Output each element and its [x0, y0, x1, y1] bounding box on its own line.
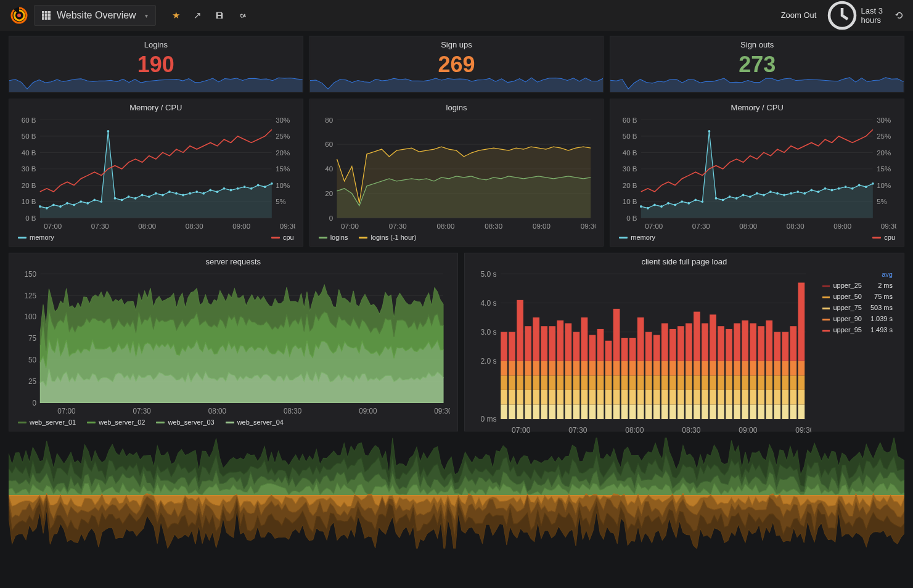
svg-rect-207 [541, 375, 547, 390]
stat-panel-logins[interactable]: Logins190 [9, 36, 303, 92]
svg-text:25: 25 [28, 377, 36, 386]
svg-rect-315 [718, 404, 724, 419]
svg-rect-297 [686, 375, 692, 390]
svg-rect-368 [798, 361, 805, 376]
svg-rect-309 [702, 323, 708, 361]
svg-rect-231 [581, 390, 588, 405]
svg-rect-220 [565, 404, 571, 419]
server-requests-panel[interactable]: server requests 025507510012515007:0007:… [9, 253, 458, 431]
svg-rect-275 [653, 404, 660, 419]
chevron-down-icon: ▾ [145, 12, 148, 19]
svg-text:80: 80 [325, 117, 333, 124]
svg-rect-265 [637, 404, 644, 419]
svg-rect-269 [637, 317, 644, 361]
svg-point-140 [851, 187, 854, 190]
svg-rect-3 [45, 11, 47, 14]
svg-rect-4 [48, 11, 51, 14]
svg-rect-8 [42, 17, 44, 20]
panel-title: Logins [9, 36, 303, 51]
time-range-picker[interactable]: Last 3 hours [827, 1, 884, 30]
graph-panel[interactable]: Memory / CPU0 B10 B20 B30 B40 B50 B60 B5… [610, 99, 904, 247]
svg-text:150: 150 [24, 271, 36, 279]
svg-text:08:00: 08:00 [625, 426, 644, 434]
stat-row: Logins190Sign ups269Sign outs273 [9, 36, 904, 92]
svg-point-115 [681, 200, 684, 203]
svg-rect-365 [798, 404, 805, 419]
svg-text:09:00: 09:00 [232, 222, 250, 230]
svg-text:40 B: 40 B [623, 149, 637, 157]
svg-text:09:30: 09:30 [580, 222, 596, 230]
svg-rect-222 [565, 375, 571, 390]
svg-point-33 [46, 207, 48, 210]
svg-point-51 [168, 190, 171, 193]
svg-rect-261 [629, 390, 636, 405]
chart-body[interactable]: 0 B10 B20 B30 B40 B50 B60 B5%10%15%20%25… [9, 113, 303, 230]
svg-point-44 [121, 198, 123, 201]
svg-rect-10 [48, 17, 51, 20]
dashboard-name: Website Overview [57, 10, 136, 21]
svg-rect-236 [589, 390, 596, 405]
svg-text:09:30: 09:30 [881, 222, 896, 230]
svg-text:50 B: 50 B [22, 132, 36, 140]
svg-rect-333 [742, 361, 748, 376]
svg-rect-359 [782, 332, 788, 361]
svg-rect-208 [541, 361, 547, 376]
chart-body[interactable]: 02040608007:0007:3008:0008:3009:0009:30 [310, 113, 604, 230]
svg-text:07:30: 07:30 [568, 426, 588, 434]
share-icon[interactable]: ↗ [194, 10, 202, 21]
svg-point-38 [80, 200, 82, 203]
svg-text:5%: 5% [877, 197, 888, 205]
svg-text:07:30: 07:30 [388, 222, 406, 230]
grafana-logo-icon[interactable] [9, 6, 29, 25]
refresh-icon[interactable] [895, 11, 904, 20]
svg-text:15%: 15% [877, 165, 891, 173]
svg-rect-355 [782, 404, 788, 419]
svg-text:40: 40 [325, 165, 333, 173]
settings-gear-icon[interactable] [237, 10, 246, 21]
svg-rect-335 [750, 404, 756, 419]
svg-text:40 B: 40 B [22, 149, 36, 157]
svg-rect-291 [678, 390, 684, 405]
svg-rect-249 [605, 341, 612, 361]
svg-rect-246 [605, 390, 612, 405]
svg-point-142 [865, 186, 867, 188]
svg-rect-298 [686, 361, 692, 376]
svg-rect-331 [742, 390, 748, 405]
svg-rect-263 [629, 361, 636, 376]
svg-rect-259 [621, 338, 628, 361]
svg-rect-186 [509, 390, 515, 405]
svg-text:08:30: 08:30 [787, 222, 805, 230]
svg-rect-290 [678, 404, 684, 419]
svg-rect-223 [565, 361, 571, 376]
zoom-out-button[interactable]: Zoom Out [781, 10, 817, 20]
svg-text:60 B: 60 B [22, 117, 36, 124]
svg-rect-276 [653, 390, 660, 405]
svg-point-110 [647, 207, 649, 210]
chart-body[interactable]: 0 B10 B20 B30 B40 B50 B60 B5%10%15%20%25… [610, 113, 904, 230]
graph-panel[interactable]: logins02040608007:0007:3008:0008:3009:00… [309, 99, 604, 247]
stat-panel-sign-outs[interactable]: Sign outs273 [610, 36, 904, 92]
svg-rect-364 [790, 326, 796, 361]
bottom-area-panel[interactable] [9, 438, 904, 549]
dashboard-picker[interactable]: Website Overview ▾ [34, 5, 156, 26]
svg-rect-226 [573, 390, 579, 405]
save-icon[interactable] [215, 10, 224, 21]
server-requests-chart[interactable]: 025507510012515007:0007:3008:0008:3009:0… [9, 267, 457, 415]
svg-text:20 B: 20 B [22, 181, 36, 189]
stat-panel-sign-ups[interactable]: Sign ups269 [309, 36, 604, 92]
svg-rect-214 [549, 326, 555, 361]
svg-rect-268 [637, 361, 644, 376]
svg-rect-183 [501, 361, 507, 376]
svg-rect-305 [702, 404, 708, 419]
svg-text:0: 0 [32, 399, 36, 407]
page-load-panel[interactable]: client side full page load 0 ms2.0 s3.0 … [464, 253, 904, 431]
svg-rect-282 [661, 375, 668, 390]
svg-point-42 [107, 130, 110, 133]
svg-text:4.0 s: 4.0 s [480, 299, 496, 308]
svg-point-49 [155, 192, 157, 195]
svg-rect-320 [726, 404, 732, 419]
star-icon[interactable]: ★ [172, 10, 180, 21]
svg-point-134 [811, 189, 813, 192]
graph-panel[interactable]: Memory / CPU0 B10 B20 B30 B40 B50 B60 B5… [9, 99, 303, 247]
svg-rect-189 [509, 332, 515, 361]
